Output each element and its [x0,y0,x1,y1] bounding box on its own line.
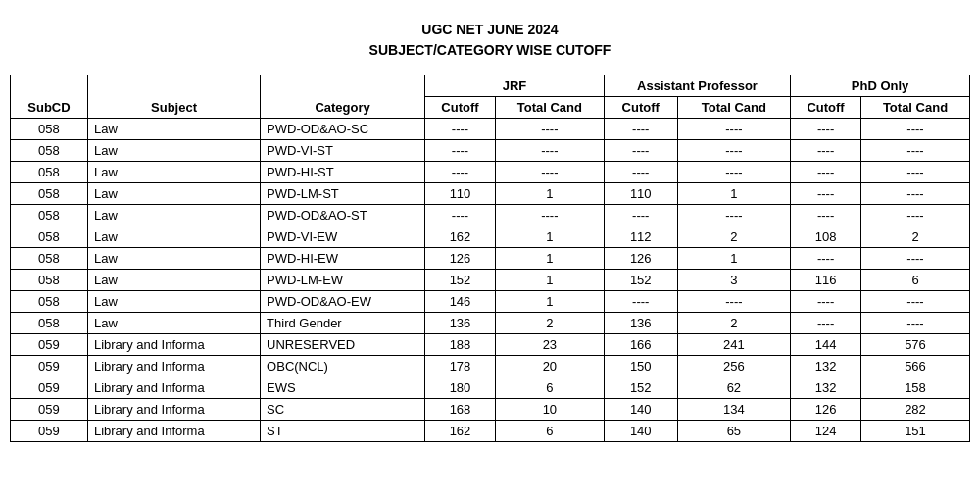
cell-r12-c2: EWS [261,377,425,399]
cell-r6-c4: 1 [495,248,604,270]
cell-r6-c0: 058 [11,248,88,270]
cell-r10-c6: 241 [677,334,791,356]
table-row: 059Library and InformaUNRESERVED18823166… [11,334,970,356]
cell-r13-c6: 134 [677,399,791,421]
page-title: UGC NET JUNE 2024 SUBJECT/CATEGORY WISE … [369,20,612,61]
cell-r2-c6: ---- [677,162,791,183]
cell-r12-c0: 059 [11,377,88,399]
cell-r4-c5: ---- [604,205,677,226]
cell-r4-c4: ---- [495,205,604,226]
cell-r7-c6: 3 [677,270,791,291]
cell-r0-c8: ---- [860,119,969,140]
ap-totalcand-header: Total Cand [677,97,791,119]
cell-r14-c3: 162 [425,421,496,442]
cell-r8-c4: 1 [495,291,604,313]
cell-r2-c0: 058 [11,162,88,183]
cell-r2-c3: ---- [425,162,496,183]
cell-r8-c2: PWD-OD&AO-EW [261,291,425,313]
cell-r8-c0: 058 [11,291,88,313]
table-row: 058LawPWD-OD&AO-ST----------------------… [11,205,970,226]
cell-r10-c7: 144 [791,334,861,356]
phd-totalcand-header: Total Cand [860,97,969,119]
cell-r5-c2: PWD-VI-EW [261,226,425,248]
cell-r1-c7: ---- [791,140,861,162]
cell-r14-c4: 6 [495,421,604,442]
cell-r8-c1: Law [87,291,260,313]
cell-r9-c6: 2 [677,313,791,334]
cell-r7-c4: 1 [495,270,604,291]
cell-r9-c0: 058 [11,313,88,334]
cell-r8-c7: ---- [791,291,861,313]
cell-r7-c5: 152 [604,270,677,291]
cell-r11-c3: 178 [425,356,496,377]
cell-r2-c4: ---- [495,162,604,183]
table-row: 059Library and InformaST162614065124151 [11,421,970,442]
cell-r1-c6: ---- [677,140,791,162]
cell-r3-c0: 058 [11,183,88,205]
cell-r6-c6: 1 [677,248,791,270]
cell-r10-c3: 188 [425,334,496,356]
cell-r10-c2: UNRESERVED [261,334,425,356]
cell-r9-c7: ---- [791,313,861,334]
cell-r13-c1: Library and Informa [87,399,260,421]
cell-r13-c4: 10 [495,399,604,421]
cell-r4-c2: PWD-OD&AO-ST [261,205,425,226]
cell-r3-c1: Law [87,183,260,205]
cell-r0-c0: 058 [11,119,88,140]
cell-r10-c0: 059 [11,334,88,356]
cell-r9-c3: 136 [425,313,496,334]
ap-cutoff-header: Cutoff [604,97,677,119]
cell-r4-c3: ---- [425,205,496,226]
cell-r0-c5: ---- [604,119,677,140]
jrf-cutoff-header: Cutoff [425,97,496,119]
table-row: 058LawPWD-VI-ST------------------------ [11,140,970,162]
cell-r11-c5: 150 [604,356,677,377]
cell-r3-c7: ---- [791,183,861,205]
cell-r1-c3: ---- [425,140,496,162]
cell-r2-c1: Law [87,162,260,183]
cell-r12-c1: Library and Informa [87,377,260,399]
table-row: 058LawPWD-LM-ST11011101-------- [11,183,970,205]
phd-cutoff-header: Cutoff [791,97,861,119]
cell-r0-c4: ---- [495,119,604,140]
cell-r7-c7: 116 [791,270,861,291]
cell-r11-c8: 566 [860,356,969,377]
cell-r14-c0: 059 [11,421,88,442]
cell-r2-c8: ---- [860,162,969,183]
cell-r14-c2: ST [261,421,425,442]
subcd-header: SubCD [11,75,88,119]
cell-r10-c8: 576 [860,334,969,356]
cell-r9-c1: Law [87,313,260,334]
cell-r2-c5: ---- [604,162,677,183]
jrf-totalcand-header: Total Cand [495,97,604,119]
cell-r3-c8: ---- [860,183,969,205]
cell-r0-c2: PWD-OD&AO-SC [261,119,425,140]
cell-r14-c8: 151 [860,421,969,442]
cell-r1-c5: ---- [604,140,677,162]
cell-r3-c5: 110 [604,183,677,205]
cell-r13-c0: 059 [11,399,88,421]
cell-r11-c1: Library and Informa [87,356,260,377]
cell-r3-c2: PWD-LM-ST [261,183,425,205]
cell-r13-c8: 282 [860,399,969,421]
cell-r7-c2: PWD-LM-EW [261,270,425,291]
cell-r8-c5: ---- [604,291,677,313]
cell-r8-c6: ---- [677,291,791,313]
cell-r5-c4: 1 [495,226,604,248]
cell-r7-c1: Law [87,270,260,291]
category-header: Category [261,75,425,119]
cell-r4-c7: ---- [791,205,861,226]
jrf-group-header: JRF [425,75,605,97]
cell-r9-c8: ---- [860,313,969,334]
cell-r4-c6: ---- [677,205,791,226]
table-row: 058LawPWD-LM-EW152115231166 [11,270,970,291]
cell-r10-c5: 166 [604,334,677,356]
cell-r7-c8: 6 [860,270,969,291]
cell-r12-c6: 62 [677,377,791,399]
cell-r7-c0: 058 [11,270,88,291]
cell-r8-c8: ---- [860,291,969,313]
cell-r13-c2: SC [261,399,425,421]
cell-r12-c5: 152 [604,377,677,399]
cell-r14-c1: Library and Informa [87,421,260,442]
table-row: 058LawPWD-HI-ST------------------------ [11,162,970,183]
